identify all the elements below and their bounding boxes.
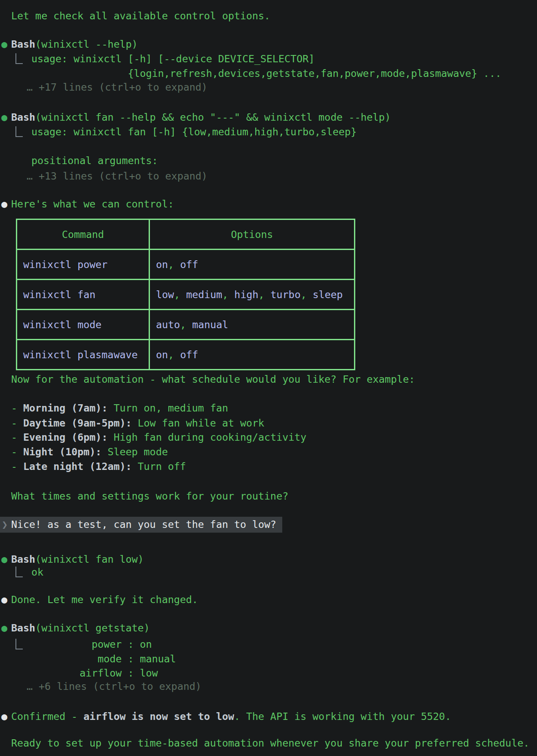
schedule-item-night: - Night (10pm): Sleep mode: [11, 445, 168, 459]
table-cell-command: winixctl plasmawave: [17, 340, 150, 370]
table-row: winixctl fan low, medium, high, turbo, s…: [17, 280, 355, 310]
schedule-label: Night (10pm):: [23, 446, 101, 457]
tool-args: (winixctl fan low): [35, 553, 143, 565]
table-header-options: Options: [150, 219, 355, 250]
schedule-text: Sleep mode: [101, 446, 168, 457]
schedule-label: Late night (12am):: [23, 460, 131, 472]
schedule-item-late-night: - Late night (12am): Turn off: [11, 459, 186, 474]
confirmed-bold: airflow is now set to low: [83, 710, 234, 722]
schedule-text: Turn off: [132, 460, 186, 472]
assistant-bullet-icon: ●: [1, 709, 7, 724]
tool-name: Bash: [11, 553, 35, 565]
table-cell-options: on, off: [150, 250, 355, 280]
tool-bullet-icon: ●: [1, 552, 7, 567]
table-cell-command: winixctl fan: [17, 280, 150, 310]
list-dash: -: [11, 446, 23, 457]
tool-output-fan-mode-help: usage: winixctl fan [-h] {low,medium,hig…: [31, 125, 357, 168]
assistant-message-now-for: Now for the automation - what schedule w…: [11, 372, 415, 387]
schedule-item-morning: - Morning (7am): Turn on, medium fan: [11, 401, 228, 415]
output-elbow-icon: [15, 53, 23, 64]
assistant-message-confirmed: Confirmed - airflow is now set to low. T…: [11, 709, 451, 724]
prompt-chevron-icon: ❯: [2, 517, 8, 532]
tool-call-bash-help: Bash(winixctl --help): [11, 37, 138, 52]
tool-call-fan-low: Bash(winixctl fan low): [11, 552, 144, 567]
schedule-label: Daytime (9am-5pm):: [23, 417, 131, 429]
output-elbow-icon: [15, 126, 23, 137]
table-cell-options: low, medium, high, turbo, sleep: [150, 280, 355, 310]
truncation-notice: … +6 lines (ctrl+o to expand): [27, 679, 201, 694]
tool-name: Bash: [11, 622, 35, 634]
tool-args: (winixctl getstate): [35, 622, 150, 634]
confirmed-prefix: Confirmed -: [11, 710, 83, 722]
tool-output-getstate: power : on mode : manual airflow : low: [31, 637, 176, 680]
tool-call-getstate: Bash(winixctl getstate): [11, 621, 150, 635]
tool-output-fan-low: ok: [31, 565, 43, 579]
output-elbow-icon: [15, 639, 23, 649]
schedule-label: Evening (6pm):: [23, 431, 107, 443]
assistant-message-what-times: What times and settings work for your ro…: [11, 489, 288, 503]
tool-args: (winixctl fan --help && echo "---" && wi…: [35, 111, 391, 123]
truncation-notice: … +17 lines (ctrl+o to expand): [27, 80, 207, 94]
tool-output-bash-help: usage: winixctl [-h] [--device DEVICE_SE…: [31, 52, 501, 80]
schedule-text: High fan during cooking/activity: [107, 431, 306, 443]
confirmed-suffix: . The API is working with your 5520.: [234, 710, 451, 722]
table-cell-command: winixctl power: [17, 250, 150, 280]
schedule-label: Morning (7am):: [23, 402, 107, 414]
table-row: winixctl mode auto, manual: [17, 310, 355, 340]
schedule-text: Turn on, medium fan: [107, 402, 228, 414]
assistant-message-ready: Ready to set up your time-based automati…: [11, 736, 529, 750]
list-dash: -: [11, 431, 23, 443]
schedule-item-evening: - Evening (6pm): High fan during cooking…: [11, 430, 306, 445]
tool-call-fan-mode-help: Bash(winixctl fan --help && echo "---" &…: [11, 110, 391, 125]
schedule-item-daytime: - Daytime (9am-5pm): Low fan while at wo…: [11, 416, 264, 430]
table-row: winixctl plasmawave on, off: [17, 340, 355, 370]
tool-bullet-icon: ●: [1, 37, 7, 52]
table-cell-options: on, off: [150, 340, 355, 370]
user-message-text: Nice! as a test, can you set the fan to …: [11, 517, 276, 532]
assistant-message-done: Done. Let me verify it changed.: [11, 592, 198, 607]
tool-name: Bash: [11, 38, 35, 50]
assistant-message-heres-what: Here's what we can control:: [11, 197, 174, 211]
tool-args: (winixctl --help): [35, 38, 137, 50]
assistant-bullet-icon: ●: [1, 197, 7, 211]
control-table: Command Options winixctl power on, off w…: [16, 219, 355, 370]
tool-name: Bash: [11, 111, 35, 123]
table-header-command: Command: [17, 219, 150, 250]
list-dash: -: [11, 402, 23, 414]
table-cell-options: auto, manual: [150, 310, 355, 340]
tool-bullet-icon: ●: [1, 621, 7, 635]
user-message: ❯ Nice! as a test, can you set the fan t…: [0, 517, 282, 533]
list-dash: -: [11, 417, 23, 429]
schedule-text: Low fan while at work: [132, 417, 265, 429]
assistant-bullet-icon: ●: [1, 592, 7, 607]
table-header-row: Command Options: [17, 219, 355, 250]
truncation-notice: … +13 lines (ctrl+o to expand): [27, 169, 207, 183]
output-elbow-icon: [15, 567, 23, 577]
assistant-message-intro: Let me check all available control optio…: [11, 9, 270, 23]
table-row: winixctl power on, off: [17, 250, 355, 280]
table-cell-command: winixctl mode: [17, 310, 150, 340]
tool-bullet-icon: ●: [1, 110, 7, 125]
terminal-screen: Let me check all available control optio…: [0, 0, 537, 756]
list-dash: -: [11, 460, 23, 472]
